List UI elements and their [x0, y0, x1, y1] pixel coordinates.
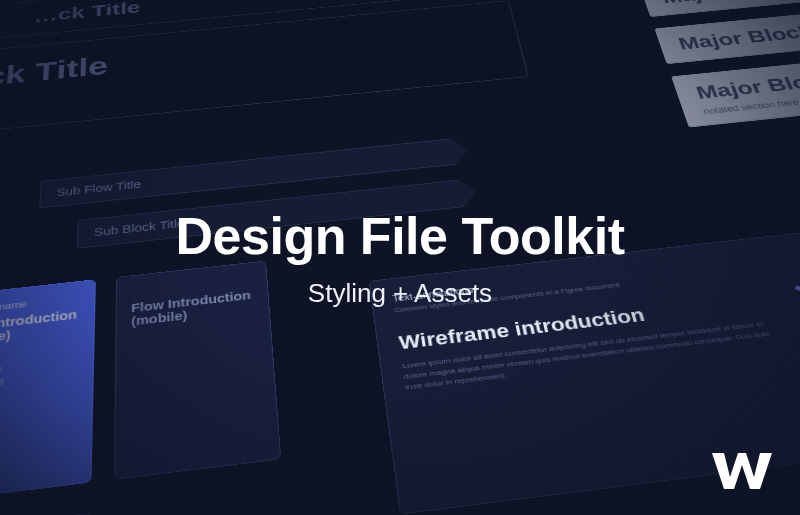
- chip-major-block-1: Major Block T: [654, 10, 800, 64]
- card-flow-intro-blue: Feature name Flow Introduction (mobile) …: [0, 279, 96, 503]
- brand-logo-icon: [710, 447, 774, 495]
- chip-major-flow: Major Flow: [639, 0, 800, 17]
- chip-major-block-1-label: Major Block T: [676, 20, 800, 53]
- chip-major-block-2: Major Block Tit notated section here: [671, 56, 800, 128]
- sub-flow-arrow-label: Sub Flow Title: [56, 178, 141, 198]
- sub-block-arrow-label: Sub Block Title: [94, 217, 185, 239]
- card-blue-title: Flow Introduction (mobile): [0, 307, 80, 348]
- chip-major-block-2-label: Major Block Tit: [693, 66, 800, 103]
- card-flow-intro-grey: . Flow Introduction (mobile): [114, 261, 281, 480]
- panel-outline-top-title: …ck Title: [33, 0, 140, 26]
- background-plane: …ck Title Major Block Title Annotated se…: [0, 0, 800, 515]
- background-stage: …ck Title Major Block Title Annotated se…: [0, 0, 800, 515]
- chip-major-flow-label: Major Flow: [659, 0, 785, 7]
